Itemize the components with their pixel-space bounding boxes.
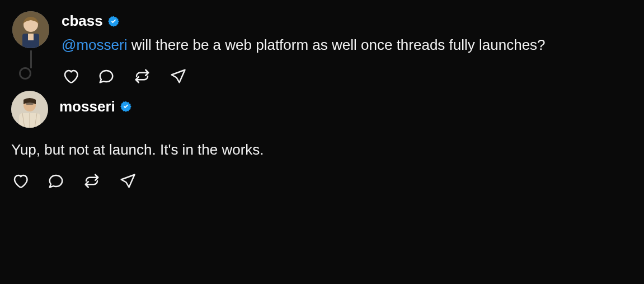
verified-badge-icon [107,15,120,27]
avatar[interactable] [12,11,49,48]
repost-button[interactable] [83,172,101,190]
post-text: will there be a web platform as well onc… [127,36,545,53]
thread-container: cbass @mosseri will there be a web platf… [11,11,633,190]
post-text: Yup, but not at launch. It's in the work… [11,141,264,158]
avatar-image [12,11,49,48]
verified-badge-icon [120,100,132,113]
mention-link[interactable]: @mosseri [62,36,127,53]
share-button[interactable] [169,67,187,85]
post-2: mosseri Yup, but not at launch. It's in … [11,91,633,190]
thread-connector-line [30,50,32,68]
like-button[interactable] [11,172,29,190]
thread-end-circle [19,67,31,80]
reply-button[interactable] [97,67,115,85]
thread-end [25,67,37,80]
avatar[interactable] [11,91,48,128]
share-button[interactable] [119,172,137,190]
reply-button[interactable] [47,172,65,190]
post-body: @mosseri will there be a web platform as… [62,35,633,55]
username-row: mosseri [59,98,132,115]
username[interactable]: cbass [62,12,103,30]
post-1: cbass @mosseri will there be a web platf… [11,11,633,85]
action-bar [62,67,633,85]
post-content: cbass @mosseri will there be a web platf… [62,11,633,85]
username[interactable]: mosseri [59,98,115,115]
post-header: mosseri [11,91,633,128]
svg-rect-3 [28,34,34,40]
username-row: cbass [62,12,633,30]
like-button[interactable] [62,67,79,85]
action-bar [11,172,633,190]
repost-button[interactable] [133,67,151,85]
post-body: Yup, but not at launch. It's in the work… [11,140,633,160]
avatar-column [11,11,50,85]
avatar-image [11,91,48,128]
